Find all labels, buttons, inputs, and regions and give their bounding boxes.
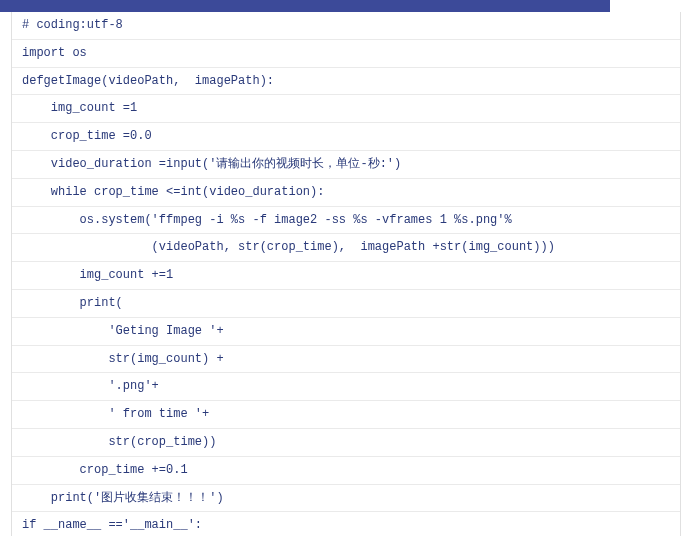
code-line: video_duration =input('请输出你的视频时长，单位-秒:') <box>12 151 680 179</box>
code-line: (videoPath, str(crop_time), imagePath +s… <box>12 234 680 262</box>
code-line: str(crop_time)) <box>12 429 680 457</box>
code-line: crop_time +=0.1 <box>12 457 680 485</box>
code-line: if __name__ =='__main__': <box>12 512 680 536</box>
header-bar <box>0 0 610 12</box>
code-line: while crop_time <=int(video_duration): <box>12 179 680 207</box>
code-line: img_count +=1 <box>12 262 680 290</box>
code-line: ' from time '+ <box>12 401 680 429</box>
code-container: # coding:utf-8 import os defgetImage(vid… <box>11 12 681 536</box>
code-line: # coding:utf-8 <box>12 12 680 40</box>
code-line: img_count =1 <box>12 95 680 123</box>
code-line: print( <box>12 290 680 318</box>
code-line: import os <box>12 40 680 68</box>
code-line: crop_time =0.0 <box>12 123 680 151</box>
code-line: '.png'+ <box>12 373 680 401</box>
code-line: defgetImage(videoPath, imagePath): <box>12 68 680 96</box>
code-line: 'Geting Image '+ <box>12 318 680 346</box>
code-line: os.system('ffmpeg -i %s -f image2 -ss %s… <box>12 207 680 235</box>
code-line: print('图片收集结束！！！') <box>12 485 680 513</box>
code-line: str(img_count) + <box>12 346 680 374</box>
